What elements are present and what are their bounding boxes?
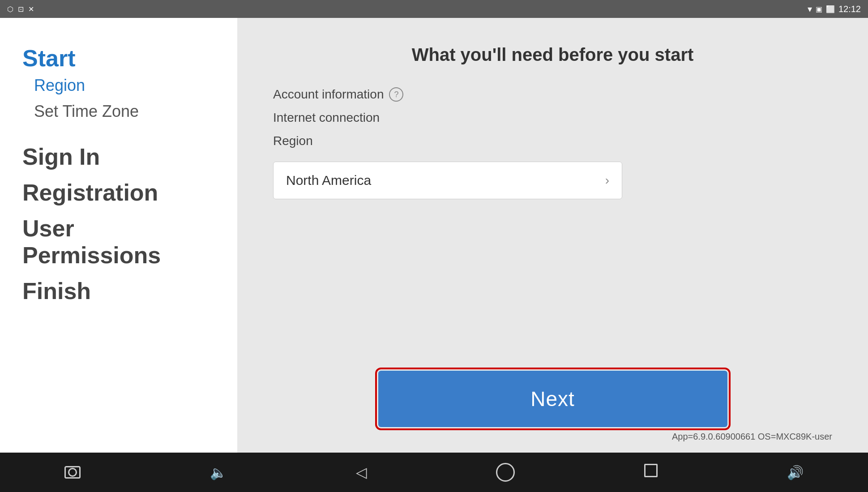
recents-button[interactable] [635, 459, 667, 485]
sidebar-section-title-start[interactable]: Start [22, 45, 215, 72]
usb-icon: ⬡ [7, 5, 13, 13]
region-selector[interactable]: North America › [273, 162, 622, 199]
camera-icon [64, 466, 81, 479]
chevron-right-icon: › [605, 173, 609, 188]
main-content: Start Region Set Time Zone Sign In Regis… [0, 18, 868, 453]
volume-up-button[interactable]: 🔊 [778, 460, 812, 485]
panel-title: What you'll need before you start [273, 45, 832, 65]
volume-up-icon: 🔊 [787, 465, 804, 480]
camera-nav-button[interactable] [56, 462, 90, 483]
sidebar: Start Region Set Time Zone Sign In Regis… [0, 18, 237, 453]
version-info: App=6.9.0.60900661 OS=MXC89K-user [273, 432, 832, 442]
sidebar-section-title-finish[interactable]: Finish [22, 278, 215, 304]
account-info-label: Account information [273, 87, 384, 102]
region-label: Region [273, 134, 832, 148]
sidebar-section-start: Start Region Set Time Zone [22, 45, 215, 131]
clock: 12:12 [838, 4, 861, 14]
recents-icon [644, 464, 658, 477]
sidebar-sub-items-start: Region Set Time Zone [27, 73, 215, 124]
internet-connection-row: Internet connection [273, 111, 832, 125]
content-panel: What you'll need before you start Accoun… [237, 18, 868, 453]
volume-down-button[interactable]: 🔈 [201, 460, 235, 485]
help-icon[interactable]: ? [389, 87, 403, 102]
close-icon: ✕ [28, 5, 34, 13]
home-button[interactable] [487, 458, 524, 486]
status-bar-right-icons: ▾ ▣ ⬜ 12:12 [808, 4, 861, 14]
cast-icon: ⊡ [18, 5, 24, 13]
sidebar-section-title-registration[interactable]: Registration [22, 179, 215, 206]
status-bar: ⬡ ⊡ ✕ ▾ ▣ ⬜ 12:12 [0, 0, 868, 18]
account-info-row: Account information ? [273, 87, 832, 102]
internet-connection-label: Internet connection [273, 111, 380, 125]
status-bar-left-icons: ⬡ ⊡ ✕ [7, 5, 34, 13]
sidebar-item-set-time-zone[interactable]: Set Time Zone [27, 99, 215, 124]
requirements-section: Account information ? Internet connectio… [273, 87, 832, 199]
back-icon: ◁ [356, 464, 367, 480]
sidebar-section-title-user-permissions[interactable]: User Permissions [22, 215, 215, 269]
signal-icon: ▣ [816, 5, 822, 13]
spacer [273, 226, 832, 371]
wifi-icon: ▾ [808, 4, 812, 14]
sidebar-item-region[interactable]: Region [27, 73, 215, 98]
next-button-wrapper: Next [273, 371, 832, 427]
volume-down-icon: 🔈 [210, 465, 227, 480]
battery-icon: ⬜ [826, 5, 835, 13]
region-value: North America [286, 173, 371, 188]
next-button[interactable]: Next [378, 371, 727, 427]
nav-bar: 🔈 ◁ 🔊 [0, 453, 868, 492]
home-icon [496, 463, 515, 482]
back-button[interactable]: ◁ [347, 459, 376, 485]
sidebar-section-title-sign-in[interactable]: Sign In [22, 143, 215, 170]
